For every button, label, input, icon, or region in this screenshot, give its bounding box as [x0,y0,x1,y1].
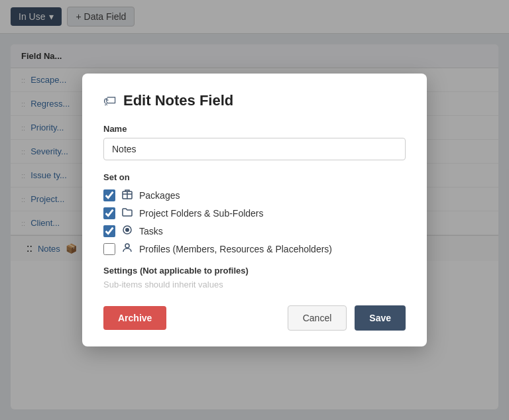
cancel-button[interactable]: Cancel [288,305,347,331]
modal-title-row: 🏷 Edit Notes Field [103,92,406,109]
seton-label: Set on [103,172,406,182]
settings-section: Settings (Not applicable to profiles) Su… [103,266,406,289]
profiles-label[interactable]: Profiles (Members, Resources & Placehold… [139,244,332,254]
package-icon [122,189,133,201]
folder-icon [122,207,133,219]
svg-point-5 [125,244,129,248]
footer-right-buttons: Cancel Save [288,305,406,331]
settings-label: Settings (Not applicable to profiles) [103,266,406,276]
packages-row: Packages [103,189,406,201]
packages-label[interactable]: Packages [139,190,180,201]
tasks-circle-icon [122,225,133,237]
modal-footer: Archive Cancel Save [103,305,406,331]
name-label: Name [103,124,406,134]
settings-sublabel: Sub-items should inherit values [103,280,406,289]
save-button[interactable]: Save [355,305,406,331]
packages-checkbox[interactable] [103,189,115,201]
edit-notes-modal: 🏷 Edit Notes Field Name Set on Packages … [82,74,427,346]
tag-icon: 🏷 [103,93,117,109]
folders-label[interactable]: Project Folders & Sub-Folders [139,208,264,219]
modal-title-text: Edit Notes Field [123,92,233,109]
archive-button[interactable]: Archive [103,306,166,330]
name-input[interactable] [103,138,406,160]
folders-row: Project Folders & Sub-Folders [103,207,406,219]
tasks-row: Tasks [103,225,406,237]
person-icon [122,242,133,255]
modal-overlay: 🏷 Edit Notes Field Name Set on Packages … [0,0,509,420]
folders-checkbox[interactable] [103,207,115,219]
tasks-checkbox[interactable] [103,225,115,237]
tasks-label[interactable]: Tasks [139,226,163,236]
profiles-row: Profiles (Members, Resources & Placehold… [103,242,406,255]
profiles-checkbox[interactable] [103,243,115,255]
svg-point-4 [125,228,129,232]
